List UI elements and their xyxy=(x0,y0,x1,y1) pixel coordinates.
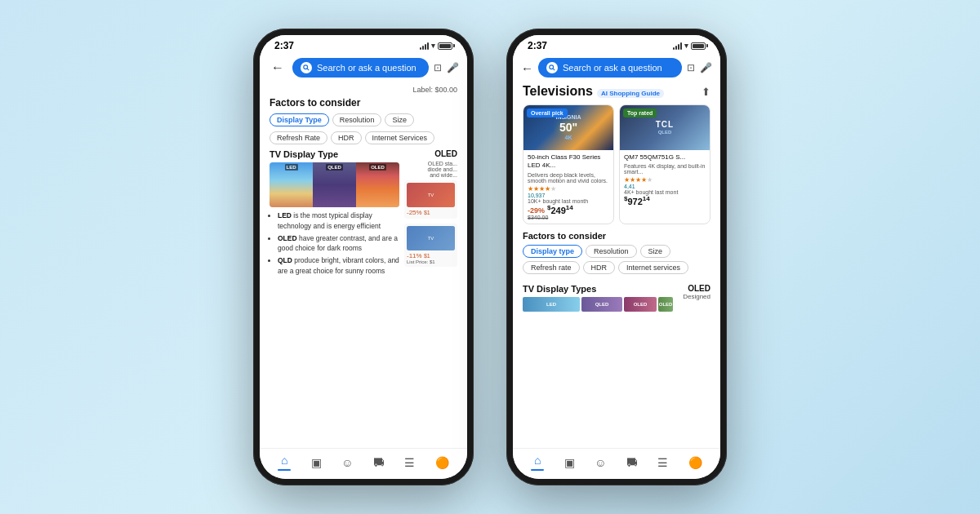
nav-account-2[interactable]: ☺ xyxy=(595,456,606,469)
price-row-1: -29% $24914 xyxy=(528,204,609,215)
p2-oled2-label: OLED xyxy=(659,302,673,307)
price-main-1: $24914 xyxy=(547,204,573,215)
p2-display-section: TV Display Types LED QLED OLED xyxy=(513,281,720,448)
pill-display-type-1[interactable]: Display Type xyxy=(270,113,329,126)
back-button-2[interactable]: ← xyxy=(521,61,533,75)
nav-account-1[interactable]: ☺ xyxy=(341,456,353,469)
p2-factors: Factors to consider Display type Resolut… xyxy=(513,228,720,281)
oled-panel-1: OLED xyxy=(356,162,399,207)
svg-point-2 xyxy=(550,65,554,69)
status-time-1: 2:37 xyxy=(274,40,294,51)
nav-home-1[interactable]: ⌂ xyxy=(278,454,291,471)
display-type-section-1: TV Display Type LED QLED OLED LED i xyxy=(270,149,457,278)
p2-qled-label: QLED xyxy=(595,302,609,307)
camera-icon-1[interactable]: ⊡ xyxy=(434,62,442,73)
product-img-mini-2: TV xyxy=(407,226,455,250)
p2-pill-hdr[interactable]: HDR xyxy=(583,261,616,274)
led-panel-1: LED xyxy=(270,162,313,207)
bullet-qled: QLD produce bright, vibrant colors, and … xyxy=(278,255,399,277)
bullet-led: LED is the most typical display technolo… xyxy=(278,210,399,232)
svg-point-0 xyxy=(304,65,308,69)
phone-2-screen: 2:37 ▾ ← Search o xyxy=(513,35,720,479)
nav-profile-2[interactable]: 🟠 xyxy=(688,456,702,469)
svg-line-1 xyxy=(307,69,309,70)
pill-resolution-1[interactable]: Resolution xyxy=(332,113,382,126)
nav-profile-1[interactable]: 🟠 xyxy=(435,456,449,469)
battery-icon-1 xyxy=(438,42,452,50)
pill-size-1[interactable]: Size xyxy=(385,113,414,126)
back-button-1[interactable]: ← xyxy=(268,59,287,77)
account-icon-1: ☺ xyxy=(341,456,353,469)
p2-oled-right: OLED Designed xyxy=(678,284,710,300)
p2-tv-strip: LED QLED OLED OLED xyxy=(523,297,673,312)
nav-video-2[interactable]: ▣ xyxy=(564,456,575,469)
battery-icon-2 xyxy=(691,42,706,50)
led-label-1: LED xyxy=(285,164,298,171)
signal-icon-2 xyxy=(673,42,682,50)
discount-1: -25% $1 xyxy=(407,209,455,216)
status-bar-2: 2:37 ▾ xyxy=(513,35,720,55)
bought-2: 4K+ bought last mont xyxy=(624,189,706,195)
video-icon-2: ▣ xyxy=(564,456,575,469)
pill-hdr-1[interactable]: HDR xyxy=(331,131,362,144)
mic-icon-1[interactable]: 🎤 xyxy=(447,62,459,73)
factors-pills-1: Display Type Resolution Size xyxy=(270,113,457,126)
nav-home-2[interactable]: ⌂ xyxy=(531,454,544,471)
p2-pill-resolution[interactable]: Resolution xyxy=(586,245,637,258)
p2-panel-qled: QLED xyxy=(581,297,622,312)
p2-display-title: TV Display Types xyxy=(523,284,673,294)
pill-internet-1[interactable]: Internet Services xyxy=(365,131,435,144)
search-placeholder-1: Search or ask a question xyxy=(317,63,421,73)
profile-icon-2: 🟠 xyxy=(688,456,702,469)
product-name-1: 50-inch Class F30 Series LED 4K... xyxy=(528,153,609,171)
p2-pills-row-2: Refresh rate HDR Internet services xyxy=(523,261,710,274)
search-bar-1: ← Search or ask a question ⊡ 🎤 xyxy=(260,55,467,81)
list-price-1: $340.00 xyxy=(528,215,609,220)
oled-label-1: OLED xyxy=(369,164,386,171)
mic-icon-2[interactable]: 🎤 xyxy=(700,62,712,73)
p2-oled-label: OLED xyxy=(683,284,710,293)
search-bar-2: ← Search or ask a question ⊡ 🎤 xyxy=(513,55,720,81)
bullet-list-1: LED is the most typical display technolo… xyxy=(270,210,399,277)
p2-display-row: TV Display Types LED QLED OLED xyxy=(523,284,710,313)
display-type-title-1: TV Display Type xyxy=(270,149,399,159)
nav-cart-2[interactable]: ⛟ xyxy=(626,456,638,469)
nav-video-1[interactable]: ▣ xyxy=(311,456,322,469)
camera-icon-2[interactable]: ⊡ xyxy=(687,62,695,73)
price-row-2: $97214 xyxy=(624,195,706,206)
p2-pill-size[interactable]: Size xyxy=(640,245,671,258)
p2-pill-internet[interactable]: Internet services xyxy=(618,261,688,274)
factors-title-1: Factors to consider xyxy=(270,97,457,109)
product-card-2[interactable]: Top rated TCL QLED QM7 55QM751G S... Fea… xyxy=(619,104,710,224)
factors-pills-row2-1: Refresh Rate HDR Internet Services xyxy=(270,131,457,144)
home-underline-2 xyxy=(531,469,544,471)
status-bar-1: 2:37 ▾ xyxy=(260,35,467,55)
p2-pill-refresh[interactable]: Refresh rate xyxy=(523,261,580,274)
search-input-1[interactable]: Search or ask a question xyxy=(292,58,429,78)
p2-oled1-label: OLED xyxy=(634,302,648,307)
stars-1: ★★★★★ xyxy=(528,185,609,193)
wifi-icon-2: ▾ xyxy=(684,42,688,50)
discount-2: -11% $1 xyxy=(407,252,455,259)
status-time-2: 2:37 xyxy=(528,40,547,51)
product-desc-1: Delivers deep black levels, smooth motio… xyxy=(528,172,609,184)
bullet-oled: OLED have greater contrast, and are a go… xyxy=(278,233,399,255)
product-info-2: QM7 55QM751G S... Features 4K display, a… xyxy=(620,150,710,210)
p2-pill-display[interactable]: Display type xyxy=(523,245,582,258)
nav-cart-1[interactable]: ⛟ xyxy=(373,456,385,469)
phone-2: 2:37 ▾ ← Search o xyxy=(506,29,727,485)
share-icon[interactable]: ⬆ xyxy=(702,86,710,98)
qled-label-1: QLED xyxy=(326,164,343,171)
search-input-2[interactable]: Search or ask a question xyxy=(538,58,682,78)
search-icon-1 xyxy=(301,62,312,73)
p2-title-bar: Televisions AI Shopping Guide ⬆ xyxy=(513,81,720,101)
p2-oled-sublabel: Designed xyxy=(683,293,710,300)
search-icon-2 xyxy=(546,62,558,73)
product-card-1[interactable]: Overall pick INSIGNIA 50" 4K 50-inch Cla… xyxy=(523,104,614,224)
search-right-icons-2: ⊡ 🎤 xyxy=(687,62,712,73)
pill-refresh-1[interactable]: Refresh Rate xyxy=(270,131,327,144)
nav-menu-1[interactable]: ☰ xyxy=(404,456,415,469)
nav-menu-2[interactable]: ☰ xyxy=(657,456,668,469)
qled-panel-1: QLED xyxy=(313,162,356,207)
product-desc-2: Features 4K display, and built-in smart.… xyxy=(624,163,706,175)
